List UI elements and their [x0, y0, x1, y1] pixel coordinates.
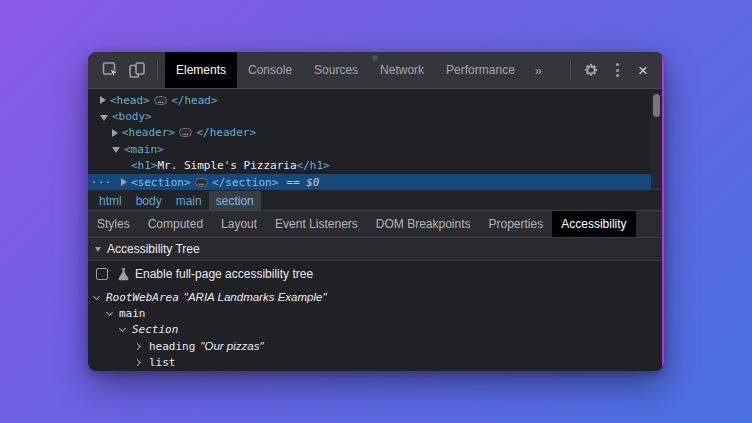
tab-properties[interactable]: Properties [480, 211, 553, 237]
breadcrumb-item-body[interactable]: body [129, 191, 169, 210]
breadcrumb-item-section[interactable]: section [209, 191, 261, 210]
devtools-tab-bar: Elements Console Sources Network Perform… [165, 52, 551, 88]
a11y-role: main [119, 307, 146, 320]
desktop-background: Elements Console Sources Network Perform… [0, 0, 752, 423]
a11y-role: RootWebArea [106, 291, 179, 304]
tag-close: </header> [196, 126, 256, 139]
dom-node-h1[interactable]: <h1> Mr. Simple's Pizzaria </h1> [88, 158, 664, 174]
chevron-right-icon[interactable] [134, 343, 141, 350]
tag-open: <body> [112, 110, 152, 123]
breadcrumb: html body main section [88, 191, 664, 210]
sidebar-panel-tabs: Styles Computed Layout Event Listeners D… [88, 210, 664, 238]
dom-tree-scrollbar[interactable] [651, 92, 662, 189]
tab-event-listeners[interactable]: Event Listeners [266, 211, 367, 237]
tag-close: </head> [171, 94, 217, 107]
tab-console[interactable]: Console [237, 52, 303, 88]
ellipsis-badge[interactable]: … [179, 128, 192, 137]
accessibility-tree-section-header[interactable]: Accessibility Tree [88, 238, 664, 261]
tag-open: <head> [110, 94, 150, 107]
tag-close: </section> [212, 176, 278, 189]
experiment-flask-icon [117, 267, 130, 281]
tab-performance[interactable]: Performance [435, 52, 526, 88]
a11y-node-rootwebarea[interactable]: RootWebArea "ARIA Landmarks Example" [88, 289, 664, 305]
a11y-node-heading[interactable]: heading "Our pizzas" [88, 338, 664, 354]
tab-dom-breakpoints[interactable]: DOM Breakpoints [367, 211, 480, 237]
a11y-node-list[interactable]: list [88, 355, 664, 371]
collapse-arrow-icon[interactable] [112, 147, 120, 153]
accessibility-tree: RootWebArea "ARIA Landmarks Example" mai… [88, 287, 664, 371]
menu-dots-icon[interactable] [604, 57, 630, 83]
tag-open: <header> [122, 126, 175, 139]
enable-a11y-tree-row: Enable full-page accessibility tree [88, 261, 664, 287]
devtools-window: Elements Console Sources Network Perform… [88, 52, 664, 371]
tab-sources[interactable]: Sources [303, 52, 369, 88]
window-right-edge [662, 52, 664, 371]
elements-dom-tree: <head> … </head> <body> <header> … </hea… [88, 89, 664, 191]
inspect-element-icon[interactable] [98, 57, 124, 83]
tag-open: <main> [124, 143, 164, 156]
settings-gear-icon[interactable] [578, 57, 604, 83]
dom-node-head[interactable]: <head> … </head> [88, 92, 664, 108]
selected-node-hint: == $0 [286, 176, 319, 189]
tag-open: <section> [131, 176, 191, 189]
more-tabs-icon[interactable]: » [526, 52, 551, 88]
dom-node-main[interactable]: <main> [88, 141, 664, 157]
tag-close: </h1> [297, 159, 330, 172]
scrollbar-thumb[interactable] [653, 94, 660, 117]
dom-node-body[interactable]: <body> [88, 108, 664, 124]
a11y-role: list [149, 356, 176, 369]
ellipsis-badge[interactable]: … [195, 178, 208, 187]
checkbox-label: Enable full-page accessibility tree [135, 267, 313, 281]
enable-a11y-tree-checkbox[interactable] [96, 268, 108, 280]
window-drag-dot [372, 55, 378, 61]
a11y-name: "ARIA Landmarks Example" [184, 291, 327, 303]
breadcrumb-item-html[interactable]: html [92, 191, 129, 210]
expand-arrow-icon[interactable] [121, 178, 127, 186]
a11y-role: Section [132, 323, 178, 336]
tab-network[interactable]: Network [369, 52, 435, 88]
toolbar-separator [157, 60, 158, 80]
close-icon[interactable]: × [630, 57, 656, 83]
tag-open: <h1> [131, 159, 158, 172]
chevron-down-icon[interactable] [119, 325, 126, 332]
device-toolbar-icon[interactable] [124, 57, 150, 83]
ellipsis-badge[interactable]: … [154, 96, 167, 105]
tab-layout[interactable]: Layout [212, 211, 266, 237]
collapse-arrow-icon[interactable] [100, 115, 108, 121]
a11y-node-main[interactable]: main [88, 305, 664, 321]
dom-node-section-selected[interactable]: ... <section> … </section> == $0 [88, 174, 664, 190]
toolbar-separator [570, 60, 571, 80]
breadcrumb-item-main[interactable]: main [169, 191, 209, 210]
expand-arrow-icon[interactable] [112, 129, 118, 137]
tab-elements[interactable]: Elements [165, 52, 237, 88]
gutter-overflow-dots: ... [91, 174, 112, 185]
a11y-role: heading [149, 340, 195, 353]
collapse-arrow-icon[interactable] [95, 247, 101, 252]
tab-accessibility[interactable]: Accessibility [552, 211, 635, 237]
tab-computed[interactable]: Computed [139, 211, 212, 237]
a11y-node-section[interactable]: Section [88, 322, 664, 338]
chevron-right-icon[interactable] [134, 359, 141, 366]
a11y-name: "Our pizzas" [200, 340, 263, 352]
tab-styles[interactable]: Styles [88, 211, 139, 237]
expand-arrow-icon[interactable] [100, 96, 106, 104]
section-title: Accessibility Tree [107, 242, 200, 256]
toolbar-right-controls: × [563, 57, 656, 83]
text-node: Mr. Simple's Pizzaria [158, 159, 297, 172]
chevron-down-icon[interactable] [106, 309, 113, 316]
chevron-down-icon[interactable] [93, 293, 100, 300]
dom-node-header[interactable]: <header> … </header> [88, 125, 664, 141]
